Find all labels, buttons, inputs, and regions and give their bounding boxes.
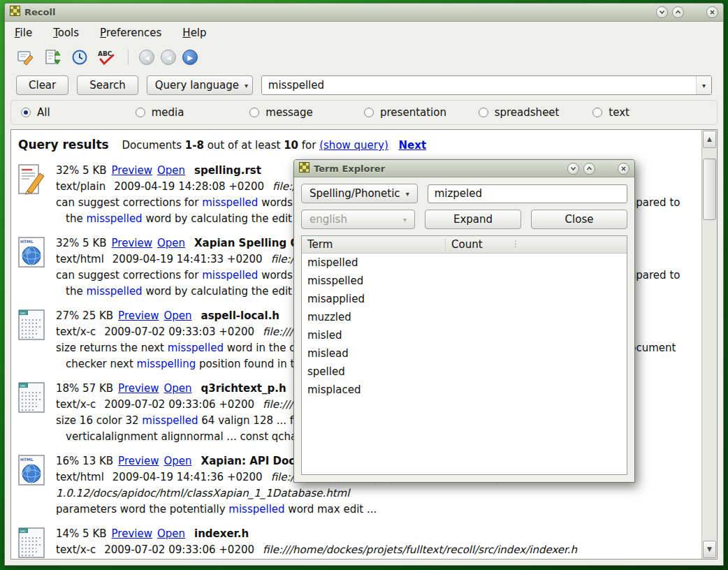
filter-spreadsheet[interactable]: spreadsheet: [479, 106, 593, 119]
open-link[interactable]: Open: [163, 455, 191, 467]
radio-icon: [249, 108, 259, 117]
radio-icon: [364, 108, 374, 117]
preview-link[interactable]: Preview: [118, 455, 159, 467]
filter-media[interactable]: media: [136, 106, 250, 119]
menu-file[interactable]: File: [15, 27, 32, 39]
term-cell: mispelled: [302, 256, 445, 269]
clear-button[interactable]: Clear: [16, 75, 68, 95]
prev-page-icon[interactable]: ◀: [161, 50, 176, 65]
query-combobox[interactable]: ▾: [261, 75, 712, 95]
term-column-header[interactable]: Term: [302, 238, 445, 251]
show-query-link[interactable]: (show query): [319, 139, 388, 152]
src-doc-icon: SRC: [18, 526, 49, 560]
filter-bar: Allmediamessagepresentationspreadsheette…: [10, 100, 718, 125]
expansion-mode-select[interactable]: Spelling/Phonetic ▾: [301, 184, 418, 203]
scrollbar-track[interactable]: [703, 149, 716, 540]
results-count-middle: out of at least: [208, 139, 281, 152]
results-for-word: for: [302, 139, 316, 152]
open-link[interactable]: Open: [157, 164, 185, 177]
svg-text:HTML: HTML: [20, 239, 34, 244]
dialog-row-buttons: english ▾ Expand Close: [301, 210, 627, 229]
preview-link[interactable]: Preview: [118, 382, 159, 395]
filter-all[interactable]: All: [21, 106, 136, 119]
menu-tools[interactable]: Tools: [53, 27, 79, 39]
next-page-icon[interactable]: ▶: [182, 50, 198, 65]
language-select[interactable]: english ▾: [301, 210, 415, 229]
result-mime: text/x-c: [56, 398, 96, 411]
open-link[interactable]: Open: [157, 237, 185, 249]
term-row[interactable]: misplaced: [302, 381, 627, 399]
filter-label: media: [152, 106, 184, 119]
close-dialog-button[interactable]: Close: [531, 210, 627, 229]
first-page-icon[interactable]: ◀: [139, 50, 154, 65]
term-explorer-icon[interactable]: ABC: [96, 47, 117, 68]
scrollbar-thumb[interactable]: [703, 159, 716, 220]
result-headline: 14% 5 KBPreviewOpenindexer.h: [56, 526, 692, 542]
menu-preferences[interactable]: Preferences: [100, 27, 161, 39]
scroll-up-icon[interactable]: ▲: [703, 131, 716, 148]
result-abstract: parameters word the potentially misspell…: [56, 502, 692, 518]
preview-link[interactable]: Preview: [118, 309, 159, 322]
term-cell: misplaced: [302, 383, 445, 396]
scroll-down-icon[interactable]: ▼: [703, 541, 716, 558]
expansion-mode-value: Spelling/Phonetic: [310, 187, 400, 200]
shade-window-icon[interactable]: [567, 163, 579, 175]
query-history-icon[interactable]: [69, 47, 90, 68]
result-mime: text/html: [56, 471, 104, 483]
filter-text[interactable]: text: [592, 106, 707, 119]
recoll-app-icon: [299, 162, 310, 175]
chevron-down-icon: ▾: [406, 190, 409, 198]
term-cell: spelled: [302, 365, 445, 378]
highlighted-term: misspelled: [202, 196, 258, 209]
html-doc-icon: HTML: [18, 235, 49, 300]
query-input[interactable]: [262, 76, 696, 94]
term-row[interactable]: misapplied: [302, 290, 627, 308]
open-link[interactable]: Open: [163, 309, 191, 322]
column-resize-handle[interactable]: ⋮: [511, 239, 520, 249]
close-window-icon[interactable]: [618, 163, 629, 175]
search-button[interactable]: Search: [77, 75, 138, 95]
expand-button[interactable]: Expand: [425, 210, 521, 229]
count-column-header[interactable]: Count: [445, 238, 627, 251]
svg-text:SRC: SRC: [20, 529, 27, 533]
open-link[interactable]: Open: [157, 527, 185, 540]
result-title: indexer.h: [194, 527, 249, 540]
open-link[interactable]: Open: [163, 382, 191, 395]
query-history-dropdown-icon[interactable]: ▾: [696, 76, 711, 94]
term-row[interactable]: misled: [302, 326, 627, 344]
term-row[interactable]: misspelled: [302, 272, 627, 290]
term-row[interactable]: muzzled: [302, 308, 627, 326]
chevron-down-icon: ▾: [245, 82, 248, 89]
shade-window-icon[interactable]: [656, 6, 668, 18]
unshade-window-icon[interactable]: [583, 163, 595, 175]
filter-presentation[interactable]: presentation: [364, 106, 479, 119]
result-title: spelling.rst: [194, 164, 261, 177]
dialog-titlebar[interactable]: Term Explorer: [294, 160, 634, 177]
close-window-icon[interactable]: [706, 6, 718, 18]
menu-help[interactable]: Help: [182, 27, 206, 39]
next-page-link[interactable]: Next: [399, 139, 427, 152]
result-title: aspell-local.h: [201, 309, 279, 322]
radio-icon: [136, 108, 145, 117]
highlighted-term: misspelled: [202, 269, 258, 282]
results-range: 1-8: [185, 139, 204, 152]
term-search-input[interactable]: [428, 184, 627, 203]
erase-search-icon[interactable]: [15, 47, 36, 68]
sort-by-date-icon[interactable]: [42, 47, 63, 68]
filter-label: text: [609, 106, 629, 119]
preview-link[interactable]: Preview: [112, 237, 152, 249]
term-explorer-dialog: Term Explorer Spelling/Phonetic ▾ englis…: [293, 159, 635, 483]
svg-text:HTML: HTML: [20, 457, 34, 462]
main-titlebar[interactable]: Recoll: [5, 3, 723, 22]
preview-link[interactable]: Preview: [112, 527, 152, 540]
unshade-window-icon[interactable]: [672, 6, 684, 18]
term-row[interactable]: mispelled: [302, 254, 627, 272]
term-row[interactable]: mislead: [302, 344, 627, 363]
preview-link[interactable]: Preview: [112, 164, 152, 177]
result-date: 2009-07-02 09:33:06 +0200: [104, 543, 254, 556]
results-scrollbar[interactable]: ▲ ▼: [701, 130, 717, 559]
term-row[interactable]: spelled: [302, 363, 627, 381]
query-language-select[interactable]: Query language ▾: [147, 75, 253, 95]
filter-message[interactable]: message: [249, 106, 364, 119]
svg-text:SRC: SRC: [20, 384, 27, 388]
